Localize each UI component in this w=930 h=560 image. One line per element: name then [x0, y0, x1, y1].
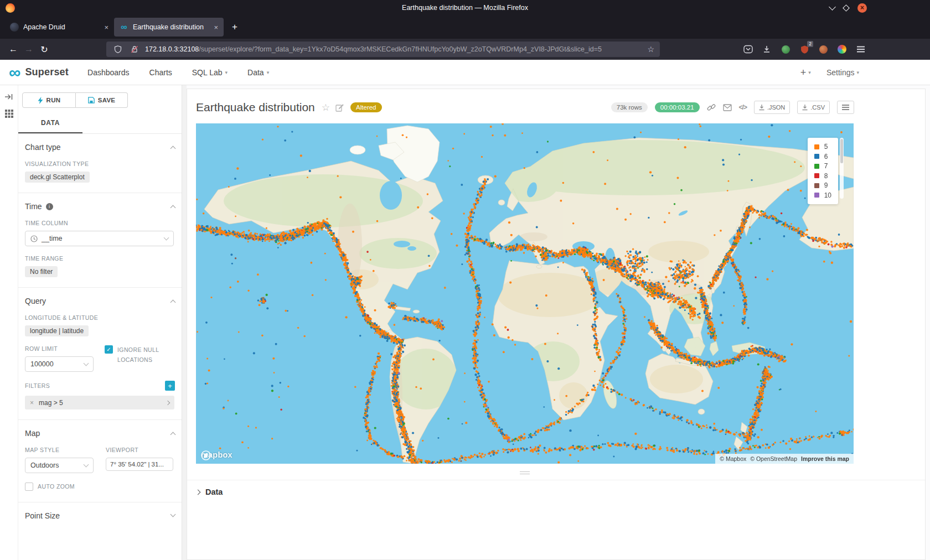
section-query: Query LONGITUDE & LATITUDE longitude | l…: [18, 288, 182, 420]
nav-charts[interactable]: Charts: [149, 68, 172, 77]
legend-scrollbar[interactable]: [840, 138, 844, 199]
new-tab-button[interactable]: +: [227, 19, 242, 35]
legend-item: 9: [814, 182, 831, 189]
chevron-right-icon[interactable]: [166, 400, 170, 405]
new-item-button[interactable]: + ▾: [800, 69, 811, 76]
time-range-tag[interactable]: No filter: [25, 266, 58, 277]
legend-swatch: [814, 154, 819, 159]
insecure-lock-icon[interactable]: [128, 43, 141, 55]
attribution-mapbox[interactable]: © Mapbox: [720, 455, 746, 462]
superset-infinity-icon: ∞: [9, 65, 20, 80]
section-map-header[interactable]: Map: [25, 429, 175, 438]
panel-collapse-strip: [0, 85, 18, 560]
section-query-header[interactable]: Query: [25, 297, 175, 305]
viewport-value[interactable]: 7° 35' 54.02" | 31...: [106, 458, 173, 471]
app-menu-icon[interactable]: [855, 43, 867, 55]
plus-icon: +: [800, 69, 807, 76]
time-column-select[interactable]: __time: [25, 231, 174, 246]
section-point-size: Point Size: [18, 502, 182, 530]
tab-data[interactable]: DATA: [18, 115, 82, 133]
extension-avatar-icon[interactable]: [817, 43, 829, 55]
back-button[interactable]: ←: [6, 42, 21, 57]
section-point-size-header[interactable]: Point Size: [25, 511, 175, 520]
data-results-label: Data: [205, 488, 223, 496]
attribution-osm[interactable]: © OpenStreetMap: [750, 455, 797, 462]
altered-badge[interactable]: Altered: [350, 102, 381, 112]
legend-item: 7: [814, 162, 831, 170]
deckgl-map[interactable]: 5 6 7 8 9 10 mapbox © Mapbox © OpenStree…: [196, 123, 854, 464]
legend-item: 8: [814, 172, 831, 180]
titlebar[interactable]: Earthquake distribution — Mozilla Firefo…: [0, 0, 930, 15]
url-text[interactable]: 172.18.0.3:32108/superset/explore/?form_…: [145, 45, 638, 53]
collapse-panel-icon[interactable]: [4, 93, 13, 103]
section-chart-type-header[interactable]: Chart type: [25, 143, 175, 152]
viewport-label: VIEWPORT: [106, 447, 173, 453]
datasource-grid-icon[interactable]: [5, 110, 13, 120]
email-icon[interactable]: [723, 104, 732, 111]
window-minimize-icon[interactable]: [829, 3, 836, 11]
tab-close-icon[interactable]: ×: [104, 23, 108, 32]
window-maximize-icon[interactable]: [843, 4, 850, 12]
bookmark-star-icon[interactable]: ☆: [647, 45, 654, 54]
checkbox-unchecked-icon[interactable]: [25, 483, 33, 491]
chevron-down-icon: ▾: [856, 70, 859, 75]
settings-menu[interactable]: Settings ▾: [826, 68, 859, 77]
legend-swatch: [814, 164, 819, 169]
query-timer-badge: 00:00:03.21: [655, 102, 700, 112]
section-chart-type: Chart type VISUALIZATION TYPE deck.gl Sc…: [18, 134, 182, 193]
window-close-icon[interactable]: ×: [857, 3, 867, 13]
extension-privacy-icon[interactable]: [779, 43, 792, 55]
add-filter-button[interactable]: +: [165, 381, 175, 391]
viz-type-tag[interactable]: deck.gl Scatterplot: [25, 172, 90, 183]
superset-logo[interactable]: ∞ Superset: [9, 65, 69, 80]
earthquake-dots-canvas[interactable]: [196, 123, 854, 464]
mapbox-logo[interactable]: mapbox: [201, 450, 232, 459]
improve-map-link[interactable]: Improve this map: [801, 455, 849, 462]
checkbox-checked-icon[interactable]: ✓: [105, 345, 113, 354]
auto-zoom-checkbox[interactable]: AUTO ZOOM: [25, 482, 175, 492]
ignore-null-checkbox[interactable]: ✓ IGNORE NULL LOCATIONS: [105, 345, 163, 365]
chevron-down-icon: ▾: [225, 70, 228, 75]
reload-button[interactable]: ↻: [37, 42, 52, 57]
ublock-shield-icon[interactable]: 2: [798, 43, 810, 55]
mapbox-icon: [201, 450, 211, 460]
run-button[interactable]: RUN: [22, 92, 76, 108]
pocket-icon[interactable]: [742, 43, 754, 55]
downloads-icon[interactable]: [761, 43, 773, 55]
share-link-icon[interactable]: [707, 103, 716, 112]
data-results-toggle[interactable]: Data: [187, 480, 925, 504]
nav-dashboards[interactable]: Dashboards: [87, 68, 130, 77]
embed-code-icon[interactable]: </>: [739, 103, 747, 111]
row-limit-select[interactable]: 100000: [25, 356, 94, 372]
section-time-header[interactable]: Time i: [25, 202, 175, 211]
url-path: /superset/explore/?form_data_key=1Ykx7oD…: [199, 45, 602, 53]
chart-menu-button[interactable]: [837, 101, 854, 114]
tab-earthquake-distribution[interactable]: ∞ Earthquake distribution ×: [114, 18, 224, 37]
tab-close-icon[interactable]: ×: [214, 23, 218, 32]
export-csv-button[interactable]: .CSV: [797, 101, 830, 114]
url-bar[interactable]: 172.18.0.3:32108/superset/explore/?form_…: [106, 42, 660, 57]
favorite-star-icon[interactable]: ☆: [322, 102, 330, 113]
lonlat-tag[interactable]: longitude | latitude: [25, 325, 89, 336]
map-style-select[interactable]: Outdoors: [25, 458, 94, 473]
nav-sql-lab[interactable]: SQL Lab▾: [192, 68, 228, 77]
chevron-right-icon: [195, 489, 201, 495]
map-legend[interactable]: 5 6 7 8 9 10: [808, 138, 838, 204]
remove-filter-icon[interactable]: ×: [30, 399, 34, 407]
nav-data[interactable]: Data▾: [247, 68, 269, 77]
shield-icon[interactable]: [112, 43, 124, 55]
chevron-down-icon: [84, 360, 89, 366]
section-map: Map MAP STYLE Outdoors VIEWPORT 7° 35' 5…: [18, 420, 182, 502]
tab-apache-druid[interactable]: Apache Druid ×: [4, 18, 114, 37]
chevron-up-icon: [170, 205, 176, 211]
forward-button[interactable]: →: [21, 42, 37, 57]
pane-resize-handle[interactable]: [187, 471, 862, 474]
map-style-label: MAP STYLE: [25, 447, 94, 453]
edit-properties-icon[interactable]: [335, 103, 344, 112]
section-time: Time i TIME COLUMN __time TIME RANGE No …: [18, 193, 182, 288]
export-json-button[interactable]: .JSON: [754, 101, 790, 114]
filter-chip[interactable]: × mag > 5: [25, 396, 174, 409]
extension-pinwheel-icon[interactable]: [836, 43, 848, 55]
save-button[interactable]: SAVE: [76, 92, 128, 108]
filters-label: FILTERS: [25, 382, 50, 389]
